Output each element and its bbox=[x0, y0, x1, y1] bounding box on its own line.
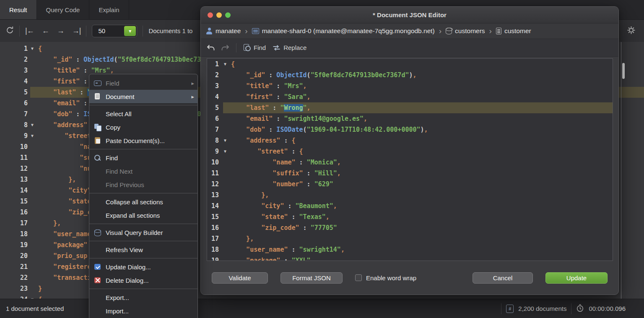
menu-separator bbox=[89, 224, 197, 224]
token-k: "number" bbox=[273, 180, 303, 188]
fold-arrow-icon[interactable]: ▼ bbox=[223, 146, 231, 157]
format-json-button[interactable]: Format JSON bbox=[280, 272, 343, 284]
line-number: 17 bbox=[0, 218, 30, 229]
document-json-editor[interactable]: 1▼{2"_id" : ObjectId("5f0ef8dc7647913b0e… bbox=[207, 58, 613, 261]
tab-result[interactable]: Result bbox=[0, 0, 37, 19]
cancel-button[interactable]: Cancel bbox=[473, 272, 533, 284]
menu-separator bbox=[89, 149, 197, 149]
token-k: "dob" bbox=[53, 110, 72, 118]
context-menu-item-export[interactable]: Export... bbox=[89, 291, 197, 304]
line-number: 3 bbox=[207, 81, 223, 91]
copy-icon bbox=[93, 123, 102, 131]
scrollbar-thumb[interactable] bbox=[622, 63, 625, 79]
context-menu-item-refresh-view[interactable]: Refresh View bbox=[89, 243, 197, 256]
context-menu-item-document[interactable]: Document▸ bbox=[89, 90, 197, 103]
fold-arrow-icon[interactable]: ▼ bbox=[30, 120, 38, 130]
fold-spacer bbox=[30, 196, 38, 207]
token-b: , bbox=[413, 71, 416, 79]
line-number: 7 bbox=[0, 109, 30, 120]
menu-icon-spacer bbox=[93, 246, 102, 253]
context-menu-item-expand-all-sections[interactable]: Expand all sections bbox=[89, 209, 197, 222]
menu-item-label: Copy bbox=[106, 124, 120, 131]
code-text: { bbox=[231, 59, 235, 70]
token-k: "user_name" bbox=[246, 246, 288, 253]
token-s: " bbox=[303, 104, 307, 112]
page-size-dropdown[interactable]: 50 ▾ bbox=[92, 25, 137, 37]
menu-item-label: Select All bbox=[106, 110, 132, 117]
breadcrumb-item-customers[interactable]: customers bbox=[446, 27, 485, 35]
token-k: "dob" bbox=[246, 126, 265, 133]
token-k: "name" bbox=[273, 159, 295, 166]
last-page-button[interactable]: →| bbox=[72, 26, 81, 35]
code-text: } bbox=[38, 283, 42, 294]
fold-arrow-icon[interactable]: ▼ bbox=[223, 59, 231, 70]
menu-item-label: Collapse all sections bbox=[106, 198, 163, 206]
line-number: 14 bbox=[207, 201, 223, 211]
menu-icon-spacer bbox=[93, 307, 102, 315]
line-number: 21 bbox=[0, 261, 30, 272]
context-menu-item-select-all[interactable]: Select All bbox=[89, 107, 197, 120]
replace-icon bbox=[273, 45, 280, 51]
tab-explain[interactable]: Explain bbox=[89, 0, 129, 19]
context-menu-item-find[interactable]: Find bbox=[89, 151, 197, 164]
context-menu-item-copy[interactable]: Copy bbox=[89, 120, 197, 134]
zoom-button[interactable] bbox=[225, 12, 231, 18]
document-count: 2,200 documents bbox=[518, 305, 566, 312]
validate-button[interactable]: Validate bbox=[212, 272, 268, 284]
word-wrap-checkbox[interactable] bbox=[355, 274, 362, 281]
code-text: "_id" : ObjectId("5f0ef8dc7647913b0ec736… bbox=[38, 54, 224, 65]
find-button[interactable]: Find bbox=[243, 44, 266, 51]
menu-item-label: Expand all sections bbox=[106, 212, 160, 219]
token-s: "77705" bbox=[311, 224, 337, 232]
minimize-button[interactable] bbox=[216, 12, 222, 18]
breadcrumb-item-manatee-shard-0-manatee-manatee-7q5gg-mongodb-net[interactable]: manatee-shard-0 (manatee@manatee-7q5gg.m… bbox=[252, 27, 435, 35]
undo-button[interactable] bbox=[207, 44, 215, 51]
token-k: "registere bbox=[53, 263, 91, 271]
context-menu-item-paste-document-s[interactable]: Paste Document(s)... bbox=[89, 134, 197, 147]
line-number: 12 bbox=[207, 179, 223, 190]
token-k: "address" bbox=[246, 137, 280, 144]
context-menu-item-field: Field▸ bbox=[89, 76, 197, 90]
replace-button[interactable]: Replace bbox=[273, 44, 306, 51]
next-page-button[interactable]: → bbox=[57, 26, 64, 35]
menu-item-label: Field bbox=[106, 80, 119, 87]
redo-button[interactable] bbox=[221, 44, 229, 51]
redo-icon bbox=[221, 44, 229, 51]
line-number: 2 bbox=[207, 70, 223, 81]
chevron-down-icon[interactable]: ▾ bbox=[124, 26, 136, 36]
fold-spacer bbox=[223, 233, 231, 244]
update-button[interactable]: Update bbox=[545, 272, 608, 284]
line-number: 18 bbox=[207, 244, 223, 255]
gear-icon[interactable] bbox=[627, 26, 636, 36]
token-k: "first" bbox=[53, 78, 80, 85]
line-number: 15 bbox=[0, 196, 30, 207]
first-page-button[interactable]: |← bbox=[25, 26, 34, 35]
fold-arrow-icon[interactable]: ▼ bbox=[30, 294, 38, 299]
context-menu-item-visual-query-builder[interactable]: Visual Query Builder bbox=[89, 226, 197, 239]
close-button[interactable] bbox=[208, 12, 213, 18]
line-number: 11 bbox=[0, 152, 30, 163]
tab-query-code[interactable]: Query Code bbox=[37, 0, 90, 19]
token-b: }, bbox=[53, 219, 61, 227]
context-menu-item-import[interactable]: Import... bbox=[89, 304, 197, 318]
menu-separator bbox=[89, 105, 197, 105]
context-menu-item-update-dialog[interactable]: Update Dialog... bbox=[89, 260, 197, 274]
fold-spacer bbox=[30, 250, 38, 261]
token-b: }, bbox=[246, 235, 254, 242]
fold-arrow-icon[interactable]: ▼ bbox=[30, 130, 38, 141]
refresh-icon[interactable] bbox=[6, 26, 14, 36]
context-menu-item-collapse-all-sections[interactable]: Collapse all sections bbox=[89, 195, 197, 209]
token-k: "_id" bbox=[246, 71, 265, 79]
breadcrumb-item-customer[interactable]: customer bbox=[496, 27, 531, 35]
fold-arrow-icon[interactable]: ▼ bbox=[223, 135, 231, 146]
line-number: 5 bbox=[207, 102, 223, 113]
fold-arrow-icon[interactable]: ▼ bbox=[30, 43, 38, 54]
line-number: 4 bbox=[0, 76, 30, 87]
fold-spacer bbox=[30, 109, 38, 120]
fold-spacer bbox=[223, 222, 231, 233]
code-text: "prio_sup bbox=[38, 250, 87, 261]
prev-page-button[interactable]: ← bbox=[42, 26, 49, 35]
menu-icon-spacer bbox=[93, 211, 102, 219]
breadcrumb-item-manatee[interactable]: manatee bbox=[206, 27, 241, 35]
context-menu-item-delete-dialog[interactable]: Delete Dialog... bbox=[89, 274, 197, 287]
